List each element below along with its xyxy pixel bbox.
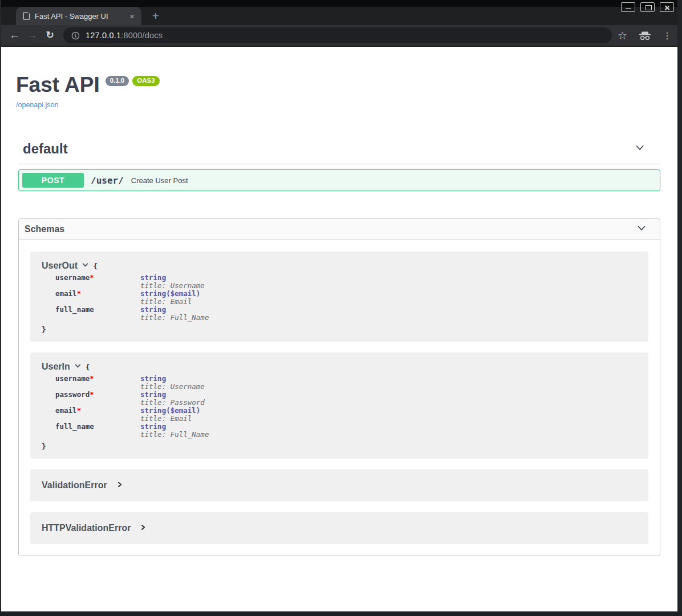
model-name: UserOut (42, 261, 78, 271)
prop-name: full_name (55, 422, 94, 431)
chevron-down-icon[interactable] (82, 261, 89, 271)
model-validationerror[interactable]: ValidationError (30, 469, 648, 501)
prop-title: title: Password (140, 399, 205, 407)
browser-tab[interactable]: Fast API - Swagger UI × (16, 7, 141, 25)
schema-property: email* string($email) title: Email (55, 407, 637, 423)
schema-property: username* string title: Username (55, 274, 637, 290)
schemas-section: Schemas UserOut { username (18, 218, 660, 556)
address-bar[interactable]: 127.0.0.1:8000/docs (63, 27, 612, 43)
required-star: * (90, 273, 94, 282)
new-tab-button[interactable]: + (148, 9, 163, 23)
required-star: * (77, 289, 82, 298)
prop-title: title: Full_Name (140, 431, 209, 439)
window-controls (621, 2, 674, 12)
prop-type: string (140, 305, 166, 314)
method-badge: POST (22, 173, 84, 188)
prop-type: string (140, 374, 166, 383)
prop-name: email (55, 289, 77, 298)
prop-type: string (140, 406, 166, 415)
prop-name: username (55, 374, 90, 383)
api-info: Fast API 0.1.0 OAS3 /openapi.json (1, 47, 677, 110)
schemas-header[interactable]: Schemas (19, 219, 660, 240)
model-name: UserIn (42, 362, 70, 372)
schemas-heading: Schemas (25, 224, 64, 234)
model-userout: UserOut { username* string title: Userna… (30, 252, 648, 342)
close-brace: } (42, 325, 637, 334)
prop-name: email (55, 406, 77, 415)
toolbar-right: ☆ ⋮ (618, 29, 672, 42)
reload-icon[interactable]: ↻ (41, 25, 59, 46)
back-icon[interactable]: ← (6, 25, 23, 46)
tag-name: default (23, 141, 68, 157)
oas3-badge: OAS3 (132, 76, 159, 86)
close-window-button[interactable] (660, 2, 674, 12)
prop-name: username (55, 273, 90, 282)
window-border-bottom (0, 611, 682, 616)
prop-format: ($email) (166, 289, 200, 298)
model-title-row[interactable]: UserIn { (42, 362, 637, 372)
close-brace: } (42, 442, 637, 451)
schema-property: username* string title: Username (55, 375, 637, 391)
tab-close-icon[interactable]: × (128, 12, 136, 21)
browser-toolbar: ← → ↻ 127.0.0.1:8000/docs ☆ (0, 25, 682, 47)
page-favicon-icon (23, 12, 30, 20)
open-brace: { (86, 363, 90, 371)
chevron-down-icon[interactable] (74, 362, 82, 372)
opblock-post-user[interactable]: POST /user/ Create User Post (18, 169, 660, 191)
schema-property: full_name string title: Full_Name (55, 306, 637, 322)
site-info-icon[interactable] (71, 31, 80, 40)
tab-strip: Fast API - Swagger UI × + (0, 7, 682, 25)
collapse-chevron-icon[interactable] (636, 222, 647, 236)
incognito-icon (639, 31, 651, 40)
prop-type: string (140, 390, 166, 399)
version-badge: 0.1.0 (105, 76, 129, 86)
tag-section-default: default POST /user/ Create User Post (18, 141, 660, 191)
prop-title: title: Email (140, 415, 200, 423)
swagger-page: Fast API 0.1.0 OAS3 /openapi.json defaul… (1, 47, 677, 611)
endpoint-summary: Create User Post (131, 176, 188, 185)
prop-title: title: Username (140, 383, 205, 391)
bookmark-star-icon[interactable]: ☆ (618, 29, 627, 42)
prop-name: password (55, 390, 90, 399)
browser-menu-icon[interactable]: ⋮ (663, 30, 672, 41)
page-title: Fast API (16, 73, 100, 97)
prop-title: title: Full_Name (140, 314, 209, 322)
window-border-left (0, 0, 1, 616)
collapse-chevron-icon[interactable] (634, 142, 646, 156)
endpoint-path: /user/ (91, 175, 124, 186)
url-path: :8000/docs (121, 31, 163, 40)
prop-type: string (140, 289, 166, 298)
url-host: 127.0.0.1 (86, 31, 121, 40)
model-title-row[interactable]: UserOut { (42, 261, 637, 271)
model-httpvalidationerror[interactable]: HTTPValidationError (30, 512, 648, 544)
model-userin: UserIn { username* string title: Usernam… (30, 352, 648, 459)
prop-name: full_name (55, 305, 94, 314)
window-titlebar (0, 0, 682, 7)
prop-type: string (140, 422, 166, 431)
minimize-button[interactable] (621, 2, 635, 12)
schema-property: full_name string title: Full_Name (55, 423, 637, 439)
prop-format: ($email) (166, 406, 200, 415)
schemas-body: UserOut { username* string title: Userna… (19, 240, 660, 556)
required-star: * (90, 390, 94, 399)
openapi-spec-link[interactable]: /openapi.json (16, 101, 58, 109)
forward-icon: → (23, 25, 41, 46)
schema-property: password* string title: Password (55, 391, 637, 407)
url-text[interactable]: 127.0.0.1:8000/docs (86, 31, 163, 40)
schema-property: email* string($email) title: Email (55, 290, 637, 306)
open-brace: { (93, 262, 98, 270)
browser-chrome: Fast API - Swagger UI × + ← → ↻ 127.0.0.… (0, 0, 682, 47)
prop-type: string (140, 273, 166, 282)
required-star: * (77, 406, 82, 415)
prop-title: title: Username (140, 282, 205, 290)
required-star: * (90, 374, 94, 383)
tab-title: Fast API - Swagger UI (35, 12, 123, 21)
model-name: ValidationError (42, 480, 107, 491)
model-name: HTTPValidationError (42, 523, 131, 533)
window-border-right (677, 0, 682, 616)
maximize-button[interactable] (640, 2, 655, 12)
chevron-right-icon[interactable] (116, 480, 123, 491)
tag-header[interactable]: default (18, 141, 660, 164)
prop-title: title: Email (140, 298, 200, 306)
chevron-right-icon[interactable] (140, 523, 147, 533)
